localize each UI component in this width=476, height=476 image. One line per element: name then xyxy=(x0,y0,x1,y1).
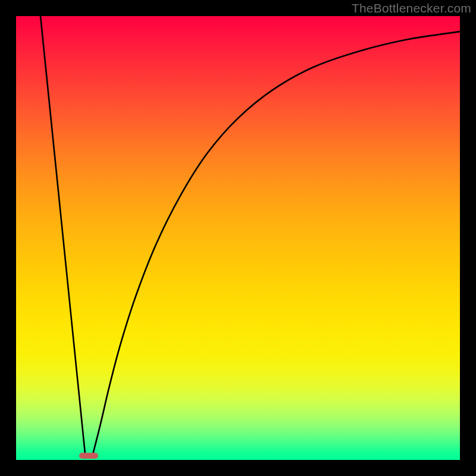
left-line xyxy=(40,16,85,456)
watermark-text: TheBottlenecker.com xyxy=(352,1,471,15)
bottleneck-curve xyxy=(16,16,460,460)
sweet-spot-marker xyxy=(79,453,98,459)
chart-frame: TheBottlenecker.com xyxy=(0,0,476,476)
plot-area xyxy=(16,16,460,460)
right-curve xyxy=(92,32,460,456)
